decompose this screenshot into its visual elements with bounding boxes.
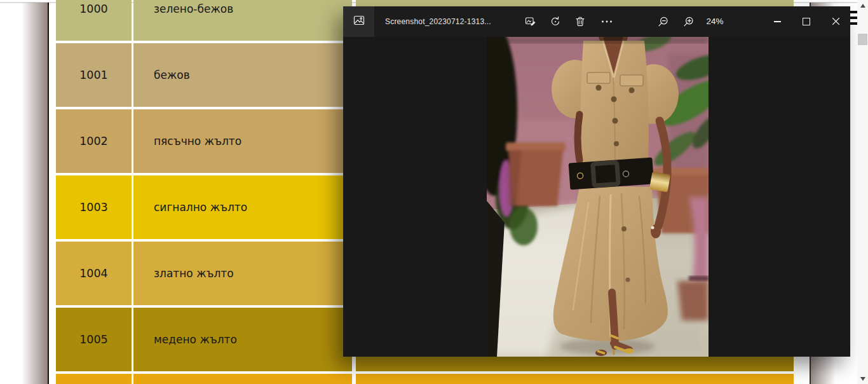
- ral-code-cell: 1004: [56, 242, 132, 305]
- zoom-in-icon: [682, 16, 695, 28]
- rotate-icon: [550, 16, 561, 27]
- ral-code-cell: 1005: [56, 308, 132, 371]
- page-left-border: [48, 3, 49, 384]
- maximize-button[interactable]: [792, 6, 821, 37]
- ral-name-cell: бежов: [133, 43, 352, 107]
- table-row: 1006: [56, 374, 794, 384]
- ral-name-cell: медено жълто: [133, 308, 352, 371]
- scroll-up-icon: [860, 4, 865, 8]
- ral-color-swatch-cell: [356, 374, 794, 384]
- ral-code-cell: 1001: [56, 43, 132, 107]
- ral-code-cell: 1002: [56, 109, 132, 173]
- close-button[interactable]: [821, 6, 850, 37]
- more-options-icon: [600, 16, 613, 27]
- ral-name-cell: [133, 374, 352, 384]
- zoom-level-label: 24%: [699, 6, 731, 37]
- photo-viewer-window: Screenshot_20230712-1313...: [343, 6, 850, 357]
- scrollbar-thumb[interactable]: [858, 34, 867, 45]
- rotate-button[interactable]: [543, 6, 567, 37]
- ral-code-cell: 1006: [56, 374, 132, 384]
- zoom-in-button[interactable]: [676, 6, 700, 37]
- scroll-down-button[interactable]: [857, 373, 868, 384]
- ral-name-cell: пясъчно жълто: [133, 109, 352, 173]
- zoom-out-button[interactable]: [651, 6, 675, 37]
- scroll-down-icon: [860, 377, 865, 381]
- ral-name-cell: зелено-бежов: [133, 0, 352, 41]
- zoom-out-icon: [657, 16, 669, 28]
- edit-image-icon: [525, 16, 536, 27]
- minimize-icon: [774, 21, 781, 22]
- maximize-icon: [803, 18, 810, 25]
- close-icon: [832, 16, 840, 28]
- more-options-button[interactable]: [595, 6, 619, 37]
- edit-image-button[interactable]: [519, 6, 543, 37]
- viewer-title: Screenshot_20230712-1313...: [385, 6, 491, 37]
- viewer-titlebar: Screenshot_20230712-1313...: [343, 6, 850, 37]
- trash-icon: [574, 16, 586, 27]
- page-scrollbar[interactable]: [857, 0, 868, 384]
- page-left-shadow: [22, 3, 48, 384]
- photo-gallery-button[interactable]: [343, 6, 374, 37]
- ral-code-cell: 1000: [56, 0, 132, 41]
- delete-button[interactable]: [568, 6, 592, 37]
- photo-image: [487, 37, 709, 357]
- ral-name-cell: златно жълто: [133, 242, 352, 305]
- scroll-up-button[interactable]: [857, 0, 868, 11]
- minimize-button[interactable]: [763, 6, 792, 37]
- photo-gallery-icon: [353, 14, 365, 29]
- ral-code-cell: 1003: [56, 175, 132, 239]
- ral-name-cell: сигнално жълто: [133, 175, 352, 239]
